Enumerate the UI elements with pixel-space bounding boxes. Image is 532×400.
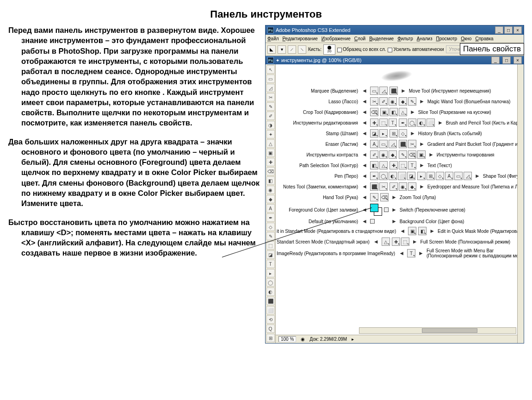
tool-chip[interactable]: ◧: [390, 108, 398, 116]
tool-button-2[interactable]: ◿: [266, 84, 275, 92]
tool-chip[interactable]: ✒: [370, 172, 378, 180]
tool-chip[interactable]: ▭: [370, 87, 378, 95]
tool-button-19[interactable]: ⬚: [266, 241, 275, 250]
default-colors-icon[interactable]: [370, 219, 375, 224]
tool-chip[interactable]: ◪: [370, 129, 378, 138]
tool-button-29[interactable]: ⊞: [266, 334, 275, 342]
brush-size-chip[interactable]: 20: [323, 44, 335, 55]
tool-chip[interactable]: △: [379, 161, 388, 169]
tool-chip[interactable]: T: [408, 161, 416, 169]
tool-button-24[interactable]: ◐: [266, 288, 275, 296]
tool-chip[interactable]: ▸: [379, 129, 388, 138]
tool-chip[interactable]: ✒: [399, 119, 407, 127]
tool-button-28[interactable]: Q: [266, 325, 275, 333]
tool-chip[interactable]: ⊞: [427, 172, 435, 180]
tool-button-12[interactable]: ◧: [266, 176, 275, 185]
tool-button-6[interactable]: ◑: [266, 121, 275, 129]
tool-chip[interactable]: ◿: [389, 140, 397, 148]
tool-chip[interactable]: ✎: [370, 193, 378, 201]
tool-chip[interactable]: ▣: [417, 150, 426, 159]
tool-chip[interactable]: ⬛: [390, 87, 398, 95]
tool-button-16[interactable]: ✒: [266, 213, 275, 222]
menu-item[interactable]: Окно: [461, 36, 471, 41]
tool-chip[interactable]: ✂: [408, 140, 416, 148]
tool-button-26[interactable]: ⬜: [266, 306, 275, 314]
vertical-scrollbar[interactable]: [517, 64, 524, 343]
horizontal-scrollbar[interactable]: [359, 327, 516, 334]
tool-preset-dropdown[interactable]: ▾: [278, 45, 286, 54]
tool-button-13[interactable]: ◉: [266, 186, 275, 194]
menu-item[interactable]: Редактирование: [283, 36, 318, 41]
tool-button-17[interactable]: ◇: [266, 223, 275, 231]
menu-item[interactable]: Слой: [354, 36, 365, 41]
tool-chip[interactable]: ⌫: [370, 108, 378, 116]
tool-chip[interactable]: A: [370, 140, 378, 148]
tool-chip[interactable]: ▸: [417, 172, 426, 180]
tool-chip[interactable]: ✂: [370, 97, 378, 106]
tool-button-10[interactable]: ✚: [266, 158, 275, 166]
tool-chip[interactable]: ⬚: [379, 119, 388, 127]
tool-button-0[interactable]: ↖: [266, 65, 275, 74]
tool-chip[interactable]: ◧: [370, 161, 378, 169]
tool-button-8[interactable]: △: [266, 139, 275, 148]
tool-chip[interactable]: A: [445, 172, 453, 180]
tool-button-18[interactable]: ✎: [266, 232, 275, 240]
menu-item[interactable]: Анализ: [417, 36, 433, 41]
menu-item[interactable]: Файл: [267, 36, 279, 41]
tool-chip[interactable]: ◿: [464, 172, 472, 180]
tool-chip[interactable]: T: [389, 119, 397, 127]
brush-mode-b[interactable]: ⟍: [298, 45, 306, 54]
tool-chip[interactable]: ◉: [379, 150, 388, 159]
tool-chip[interactable]: ◉: [399, 182, 407, 191]
tool-button-14[interactable]: ◆: [266, 195, 275, 203]
tool-button-22[interactable]: ▸: [266, 269, 275, 277]
minimize-button[interactable]: _: [495, 26, 503, 34]
tool-chip[interactable]: ✚: [392, 238, 400, 246]
tool-chip[interactable]: ▭: [454, 172, 463, 180]
menu-item[interactable]: Выделение: [369, 36, 394, 41]
opt-sample-all[interactable]: Образец со всех сл.: [337, 46, 386, 52]
tool-chip[interactable]: ▣: [380, 108, 389, 116]
current-tool-icon[interactable]: ◣: [267, 45, 276, 54]
tool-chip[interactable]: ✐: [390, 182, 398, 191]
tool-chip[interactable]: ✚: [390, 161, 398, 169]
tool-chip[interactable]: ◯: [379, 172, 388, 180]
tool-chip[interactable]: ▭: [379, 140, 388, 148]
doc-maximize-button[interactable]: □: [502, 56, 511, 64]
maximize-button[interactable]: □: [504, 26, 513, 34]
tool-chip[interactable]: ◆: [399, 97, 407, 106]
tool-chip[interactable]: ✚: [370, 119, 378, 127]
tool-button-23[interactable]: ◯: [266, 278, 275, 287]
tool-chip[interactable]: ⬜: [427, 119, 435, 127]
tool-chip[interactable]: ◿: [379, 87, 388, 95]
tool-chip[interactable]: ✂: [379, 182, 388, 191]
tool-chip[interactable]: T: [407, 249, 415, 257]
zoom-level[interactable]: 100 %: [278, 336, 296, 342]
tool-button-9[interactable]: ▣: [266, 149, 275, 157]
brush-mode-a[interactable]: ⟋: [288, 45, 296, 54]
tool-chip[interactable]: ⌫: [380, 193, 389, 201]
tool-chip[interactable]: ◪: [407, 172, 415, 180]
menu-item[interactable]: Изображение: [322, 36, 351, 41]
tool-chip[interactable]: ◆: [389, 150, 397, 159]
tool-chip[interactable]: ◇: [436, 172, 444, 180]
tool-button-4[interactable]: ✎: [266, 102, 275, 111]
menu-item[interactable]: Просмотр: [436, 36, 458, 41]
tool-button-21[interactable]: T: [266, 260, 275, 268]
tool-chip[interactable]: ◐: [417, 119, 426, 127]
tool-button-20[interactable]: ◪: [266, 250, 275, 259]
tool-chip[interactable]: ◆: [408, 182, 416, 191]
fg-bg-swatch[interactable]: [370, 204, 382, 216]
opt-auto-enhance[interactable]: Усилить автоматически: [388, 46, 444, 52]
tool-button-15[interactable]: A: [266, 204, 275, 212]
tool-button-1[interactable]: ▭: [266, 75, 275, 83]
tool-chip[interactable]: ⬛: [399, 140, 407, 148]
tool-button-5[interactable]: ✐: [266, 112, 275, 120]
tool-chip[interactable]: ⌫: [408, 150, 416, 159]
doc-info-dropdown[interactable]: ▸: [352, 337, 354, 342]
tool-chip[interactable]: ⊞: [390, 129, 398, 138]
tool-chip[interactable]: ⬜: [398, 172, 406, 180]
swap-colors-icon[interactable]: [384, 207, 389, 212]
close-button[interactable]: ×: [513, 26, 522, 34]
tool-chip[interactable]: ◉: [389, 97, 397, 106]
